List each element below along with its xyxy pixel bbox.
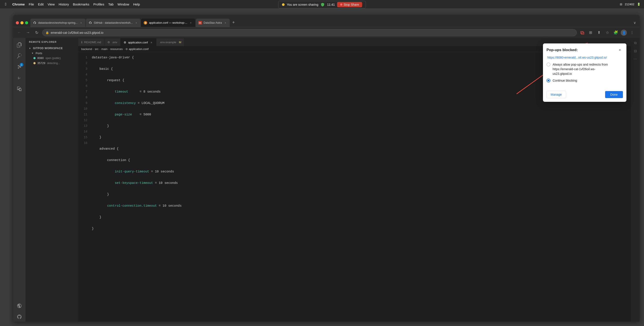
- tab-close-2[interactable]: ×: [134, 21, 138, 24]
- apple-icon[interactable]: : [4, 2, 8, 6]
- menu-help[interactable]: Help: [133, 2, 140, 6]
- tab-collapse-button[interactable]: ∨: [632, 21, 638, 27]
- browser-tab-3[interactable]: ⚙ application.conf — workshop-... ×: [141, 19, 195, 27]
- browser-tab-4[interactable]: DS DataStax Astra ×: [196, 19, 230, 27]
- menu-edit[interactable]: Edit: [38, 2, 44, 6]
- activity-remote-explorer[interactable]: [14, 301, 24, 311]
- popup-blocked-icon[interactable]: [579, 29, 586, 36]
- popup-done-button[interactable]: Done: [605, 91, 623, 98]
- sidebar-header: REMOTE EXPLORER: [26, 38, 78, 45]
- traffic-light-yellow[interactable]: [20, 21, 24, 24]
- workspace-label: GITPOD WORKSPACE: [33, 47, 63, 50]
- mac-menu-items: Chrome File Edit View History Bookmarks …: [12, 2, 140, 6]
- app-name-menu[interactable]: Chrome: [12, 2, 25, 6]
- workspace-arrow: ▼: [28, 46, 32, 50]
- popup-header: Pop-ups blocked: ×: [543, 43, 626, 55]
- right-panel-icons: ⧉ ⊟ ⋯: [631, 38, 640, 322]
- traffic-light-red[interactable]: [16, 21, 19, 24]
- envexample-modified-badge: M: [179, 41, 182, 44]
- new-tab-button[interactable]: +: [230, 19, 237, 26]
- tab-close-1[interactable]: ×: [79, 21, 83, 24]
- refresh-button[interactable]: ↻: [34, 29, 40, 36]
- explorer-icon: [17, 42, 22, 48]
- popup-manage-button[interactable]: Manage: [546, 91, 566, 98]
- mac-menubar:  Chrome File Edit View History Bookmark…: [0, 0, 644, 8]
- extensions-button[interactable]: 🧩: [612, 29, 619, 36]
- popup-blocked-link[interactable]: https://8080-emerald...oil.ws-us23.gitpo…: [546, 56, 623, 59]
- extensions-icon: [17, 86, 22, 91]
- popup-close-button[interactable]: ×: [617, 47, 623, 53]
- tab-close-4[interactable]: ×: [224, 21, 227, 24]
- panel-icon-1[interactable]: ⊟: [632, 48, 638, 54]
- activity-source-control[interactable]: 1: [14, 62, 24, 72]
- menu-window[interactable]: Window: [118, 2, 129, 6]
- tab-favicon-1: [33, 21, 36, 24]
- traffic-lights: [15, 21, 30, 27]
- menu-profiles[interactable]: Profiles: [93, 2, 104, 6]
- sidebar-workspace-item[interactable]: ▼ GITPOD WORKSPACE: [26, 46, 78, 51]
- system-icon-wifi: ⊟: [620, 3, 622, 6]
- port-status-8080: open (public): [46, 57, 60, 60]
- popup-radio-item-1[interactable]: Always allow pop-ups and redirects fromh…: [546, 62, 623, 76]
- sidebar-workspace-section: ▼ GITPOD WORKSPACE ▼ Ports 8080 open (pu…: [26, 45, 78, 66]
- port-number-8080: 8080: [37, 56, 44, 60]
- tab-label-2: GitHub - datastaxdevs/worksh...: [94, 21, 133, 24]
- activity-github[interactable]: [14, 312, 24, 322]
- appconf-tab-close[interactable]: ×: [150, 41, 153, 44]
- menu-bookmarks[interactable]: Bookmarks: [73, 2, 90, 6]
- user-avatar[interactable]: 👤: [621, 30, 627, 36]
- popup-radio-item-2[interactable]: Continue blocking: [546, 78, 623, 83]
- tab-close-3[interactable]: ×: [189, 21, 193, 24]
- back-button[interactable]: ←: [16, 29, 22, 36]
- panel-icon-2[interactable]: ⋯: [632, 55, 638, 62]
- traffic-light-green[interactable]: [25, 21, 28, 24]
- port-number-35729: 35729: [37, 61, 45, 65]
- popup-radio-group: Always allow pop-ups and redirects fromh…: [546, 62, 623, 83]
- editor-tab-envexample[interactable]: .env.example M: [156, 38, 184, 46]
- split-editor-icon[interactable]: ⧉: [632, 40, 638, 46]
- editor-tab-env[interactable]: ⚙ .env: [104, 38, 120, 46]
- popup-footer: Manage Done: [543, 89, 626, 102]
- github-icon-2: [89, 21, 92, 24]
- stop-share-button[interactable]: Stop Share: [337, 2, 362, 7]
- popup-radio-2[interactable]: [546, 79, 550, 82]
- stop-share-dot: [340, 3, 342, 6]
- signal-strength: 212402: [625, 3, 634, 6]
- address-bar[interactable]: 🔒 emerald-cat-1vf26oil.ws-us23.gitpod.io: [42, 29, 577, 36]
- address-text: emerald-cat-1vf26oil.ws-us23.gitpod.io: [51, 31, 574, 34]
- browser-tab-1[interactable]: datastaxdevs/workshop-spring... ×: [30, 19, 86, 27]
- popup-icon: [580, 30, 584, 35]
- battery-icon: 🔋: [637, 3, 640, 6]
- breadcrumb-resources: resources: [110, 47, 123, 51]
- tab-label-1: datastaxdevs/workshop-spring...: [38, 21, 78, 24]
- browser-tab-2[interactable]: GitHub - datastaxdevs/worksh... ×: [86, 19, 140, 27]
- bookmark-button[interactable]: ☆: [604, 29, 610, 36]
- share-button[interactable]: ⬆: [596, 29, 602, 36]
- tab-favicon-4: DS: [198, 21, 202, 24]
- sidebar-ports-item[interactable]: ▼ Ports: [26, 51, 78, 55]
- forward-button[interactable]: →: [24, 29, 31, 36]
- popup-radio-1[interactable]: [546, 62, 550, 66]
- copy-url-button[interactable]: ⊞: [587, 29, 594, 36]
- menu-view[interactable]: View: [48, 2, 55, 6]
- activity-extensions[interactable]: [14, 84, 24, 94]
- port-item-8080[interactable]: 8080 open (public): [26, 55, 78, 61]
- editor-tab-appconf[interactable]: ⚙ application.conf ×: [120, 38, 156, 46]
- shield-icon: [320, 2, 325, 7]
- menu-history[interactable]: History: [59, 2, 69, 6]
- activity-run[interactable]: [14, 73, 24, 83]
- tab-label-3: application.conf — workshop-...: [149, 21, 187, 24]
- editor-tab-readme[interactable]: ℹ README.md: [78, 38, 104, 46]
- port-item-35729[interactable]: 35729 detecting...: [26, 61, 78, 66]
- breadcrumb-src: src: [95, 47, 98, 51]
- ports-label: Ports: [36, 52, 42, 55]
- tab-favicon-2: [88, 21, 92, 24]
- browser-menu-button[interactable]: ⋮: [628, 29, 635, 36]
- menu-tab[interactable]: Tab: [108, 2, 114, 6]
- activity-explorer[interactable]: [14, 40, 24, 50]
- menu-file[interactable]: File: [29, 2, 34, 6]
- activity-search[interactable]: [14, 51, 24, 61]
- appconf-tab-label: application.conf: [128, 41, 148, 44]
- env-tab-icon: ⚙: [108, 41, 110, 44]
- breadcrumb-sep-3: ›: [108, 47, 109, 51]
